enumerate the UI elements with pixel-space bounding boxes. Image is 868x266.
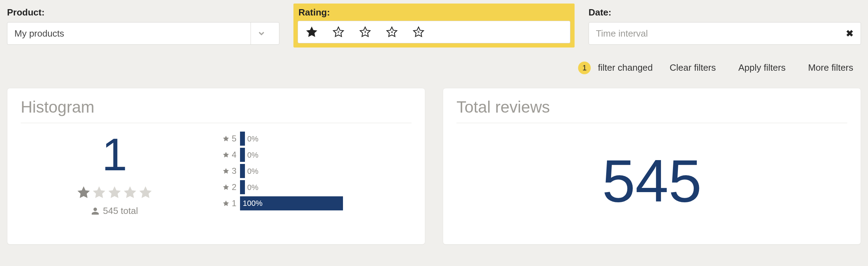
svg-marker-19 (223, 201, 229, 206)
star-icon (222, 167, 229, 175)
svg-text:4: 4 (391, 30, 393, 34)
svg-marker-11 (93, 186, 105, 198)
filter-action-bar: 1 filter changed Clear filters Apply fil… (7, 57, 861, 78)
svg-marker-12 (108, 186, 121, 198)
date-label: Date: (589, 7, 861, 18)
star-icon (222, 151, 229, 158)
histogram-title: Histogram (21, 97, 412, 123)
histogram-card: Histogram 1 545 total 5 0 (7, 88, 425, 245)
more-filters-button[interactable]: More filters (800, 57, 861, 78)
histogram-row-4: 4 0% (219, 148, 412, 162)
filters-changed-label: filter changed (598, 62, 653, 73)
svg-marker-14 (139, 186, 151, 198)
svg-marker-10 (77, 186, 90, 198)
clear-filters-button[interactable]: Clear filters (662, 57, 724, 78)
rating-stars: 1 2 3 4 5 (298, 21, 570, 43)
date-placeholder: Time interval (596, 28, 648, 39)
svg-marker-17 (223, 168, 229, 174)
star-icon (123, 185, 137, 200)
star-icon (138, 185, 153, 200)
svg-marker-18 (223, 184, 229, 190)
product-select[interactable]: My products (7, 22, 279, 45)
star-icon (222, 135, 229, 142)
histogram-bars: 5 0% 4 0% 3 0% 2 0% 1 100% (219, 132, 412, 216)
svg-text:3: 3 (364, 30, 367, 34)
product-filter: Product: My products (7, 7, 279, 45)
histogram-average: 1 (102, 132, 127, 177)
rating-star-1[interactable]: 1 (306, 26, 318, 38)
svg-marker-15 (223, 136, 229, 141)
histogram-row-2: 2 0% (219, 180, 412, 194)
histogram-row-1: 1 100% (219, 196, 412, 210)
filters-changed-badge: 1 (578, 62, 591, 74)
total-reviews-value: 545 (602, 151, 702, 211)
star-icon (222, 184, 229, 191)
rating-label: Rating: (298, 7, 570, 18)
rating-filter: Rating: 1 2 3 4 5 (293, 4, 574, 48)
rating-star-3[interactable]: 3 (359, 26, 371, 38)
star-icon (222, 200, 229, 207)
svg-text:5: 5 (418, 30, 420, 34)
average-stars (76, 185, 153, 200)
svg-text:2: 2 (338, 30, 340, 34)
rating-star-5[interactable]: 5 (413, 26, 425, 38)
star-icon (76, 185, 91, 200)
rating-star-4[interactable]: 4 (386, 26, 398, 38)
svg-text:1: 1 (311, 30, 313, 34)
total-reviews-title: Total reviews (456, 97, 847, 123)
total-reviews-card: Total reviews 545 (443, 88, 861, 245)
chevron-down-icon (251, 29, 272, 38)
product-select-value: My products (14, 28, 64, 39)
person-icon (91, 207, 99, 215)
apply-filters-button[interactable]: Apply filters (731, 57, 793, 78)
date-filter: Date: Time interval ✖ (589, 7, 861, 45)
close-icon[interactable]: ✖ (846, 28, 854, 39)
svg-marker-16 (223, 152, 229, 158)
svg-marker-13 (124, 186, 136, 198)
histogram-row-5: 5 0% (219, 132, 412, 146)
histogram-row-3: 3 0% (219, 164, 412, 178)
product-label: Product: (7, 7, 279, 18)
histogram-total-label: 545 total (103, 205, 138, 216)
date-input[interactable]: Time interval ✖ (589, 22, 861, 45)
star-icon (107, 185, 122, 200)
star-icon (92, 185, 106, 200)
rating-star-2[interactable]: 2 (332, 26, 344, 38)
